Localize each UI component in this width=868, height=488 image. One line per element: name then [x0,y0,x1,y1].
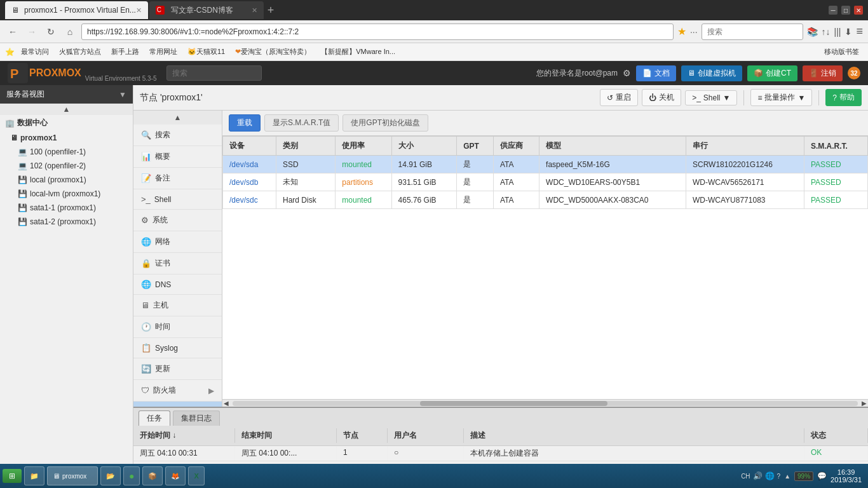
scrollbar-track[interactable] [233,401,858,406]
tab-gpt[interactable]: 使用GPT初始化磁盘 [342,114,428,132]
address-input[interactable] [81,24,674,40]
network-tray-icon[interactable]: 🌐 [765,471,775,480]
table-row[interactable]: /dev/sdb 未知 partitions 931.51 GiB 是 ATA … [223,173,868,191]
left-nav-notes[interactable]: 📝 备注 [133,168,222,189]
taskbar-item-files2[interactable]: 📂 [100,466,121,485]
tab-smart[interactable]: 显示S.M.A.R.T值 [264,114,339,132]
sidebar-header-label: 服务器视图 [6,89,44,100]
table-row[interactable]: /dev/sdc Hard Disk mounted 465.76 GiB 是 … [223,191,868,209]
bottom-tab-cluster-log[interactable]: 集群日志 [173,410,220,426]
row0-model: faspeed_K5M-16G [539,156,686,173]
search-input[interactable] [702,24,803,40]
sync-icon[interactable]: ↑↓ [822,27,831,37]
horizontal-scrollbar[interactable]: ◀ ▶ [222,399,868,407]
start-button[interactable]: ⊞ [3,469,22,483]
sidebar-item-datacenter[interactable]: 🏢 数据中心 [0,115,133,131]
list-item[interactable]: 周五 04:10 00:31 周五 04:10 00:... 1 ○ 本机存储上… [133,446,868,461]
sidebar-item-local-lvm[interactable]: 💾 local-lvm (proxmox1) [0,187,133,201]
tab-reload[interactable]: 重载 [229,114,261,132]
left-nav-overview[interactable]: 📊 概要 [133,146,222,168]
sidebar-item-vm102[interactable]: 💻 102 (openfiler-2) [0,159,133,173]
col-vendor: 供应商 [493,137,539,156]
logout-btn[interactable]: 🚪 注销 [803,65,843,81]
taskbar-item-browser[interactable]: 🖥 proxmox [47,466,98,485]
create-vm-btn[interactable]: 🖥 创建虚拟机 [681,65,742,81]
sidebar-view-dropdown[interactable]: ▼ [119,90,126,99]
sidebar-item-sata1-2[interactable]: 💾 sata1-2 (proxmox1) [0,215,133,229]
sidebar-item-proxmox1[interactable]: 🖥 proxmox1 [0,131,133,145]
left-nav-shell[interactable]: >_ Shell [133,189,222,210]
system-icon: ⚙ [141,215,149,225]
scroll-left-btn[interactable]: ◀ [222,400,230,407]
col-serial: 串行 [686,137,804,156]
left-nav-cert[interactable]: 🔒 证书 [133,253,222,274]
left-nav-system[interactable]: ⚙ 系统 [133,210,222,231]
bookmark-mobile[interactable]: 移动版书签 [820,46,863,58]
action-center-icon[interactable]: 💬 [817,471,827,480]
bookmark-taobao[interactable]: ❤ 爱淘宝（原淘宝特卖） [231,46,315,58]
bookmark-new-user[interactable]: 新手上路 [107,46,143,58]
new-tab-btn[interactable]: + [268,4,275,17]
table-row[interactable]: /dev/sda SSD mounted 14.91 GiB 是 ATA fas… [223,156,868,173]
minimize-btn[interactable]: ─ [829,6,837,15]
left-nav-search[interactable]: 🔍 搜索 [133,125,222,146]
row2-usage: mounted [336,191,391,209]
browser-tab-csdn[interactable]: C 写文章-CSDN博客 ✕ [149,1,264,19]
task-user: ○ [388,446,464,461]
shutdown-btn[interactable]: ⏻ 关机 [642,89,681,106]
tree-scroll-up[interactable]: ▲ [0,104,133,115]
help-btn[interactable]: ? 帮助 [825,89,862,106]
sidebar-item-local[interactable]: 💾 local (proxmox1) [0,173,133,187]
docs-btn[interactable]: 📄 文档 [636,65,676,81]
menu-btn[interactable]: ≡ [856,25,863,38]
volume-icon[interactable]: 🔊 [753,471,763,480]
taskbar-item-firefox[interactable]: 🦊 [165,466,186,485]
bottom-tab-tasks[interactable]: 任务 [139,410,170,426]
tray-expand-btn[interactable]: ▲ [784,473,790,480]
browser-tab-proxmox[interactable]: 🖥 proxmox1 - Proxmox Virtual En... ✕ [5,1,148,19]
sidebar-toggle[interactable]: ||| [834,27,841,37]
taskbar-item-winrar[interactable]: 📦 [142,466,163,485]
bookmark-star[interactable]: ★ [677,25,686,37]
left-nav-host[interactable]: 🖥 主机 [133,295,222,316]
reader-mode-btn[interactable]: ··· [690,27,698,37]
nav-back-btn[interactable]: ← [5,24,20,39]
nav-forward-btn[interactable]: → [24,24,39,39]
download-icon[interactable]: ⬇ [844,27,852,37]
reboot-btn[interactable]: ↺ 重启 [600,89,638,106]
files-icon: 📁 [30,472,39,480]
tab-close-proxmox[interactable]: ✕ [136,6,142,15]
left-nav-dns[interactable]: 🌐 DNS [133,274,222,295]
left-nav-network[interactable]: 🌐 网络 [133,231,222,253]
bulk-action-btn[interactable]: ≡ 批量操作 ▼ [750,89,812,106]
left-nav-time[interactable]: 🕐 时间 [133,316,222,338]
left-nav-syslog[interactable]: 📋 Syslog [133,338,222,358]
sidebar-item-sata1-1[interactable]: 💾 sata1-1 (proxmox1) [0,201,133,215]
sidebar-item-vm100[interactable]: 💻 100 (openfiler-1) [0,145,133,159]
nav-home-btn[interactable]: ⌂ [62,24,78,39]
nav-refresh-btn[interactable]: ↻ [43,24,58,39]
left-nav-updates[interactable]: 🔄 更新 [133,358,222,380]
bookmark-common-sites[interactable]: 常用网址 [146,46,181,58]
scroll-right-btn[interactable]: ▶ [860,400,868,407]
tab-close-csdn[interactable]: ✕ [252,6,257,15]
app-search-input[interactable] [166,65,262,81]
sys-tray: CH 🔊 🌐 ? [741,471,780,480]
left-nav-disk[interactable]: 💽 磁盘 [133,402,222,407]
bookmark-tmall[interactable]: 🐱 天猫双11 [184,46,229,58]
clock-time: 16:39 [831,468,862,476]
shell-btn[interactable]: >_ Shell ▼ [685,90,737,105]
bookmark-firefox-official[interactable]: 火狐官方站点 [55,46,105,58]
bookmark-often-visited[interactable]: 最常访问 [17,46,53,58]
left-nav-firewall[interactable]: 🛡 防火墙 ▶ [133,380,222,402]
close-btn[interactable]: ✕ [854,6,863,15]
left-nav-scroll-up[interactable]: ▲ [133,111,222,125]
settings-icon[interactable]: ⚙ [623,68,631,78]
taskbar-item-files[interactable]: 📁 [24,466,44,485]
maximize-btn[interactable]: □ [841,6,850,15]
taskbar-item-excel[interactable]: X [188,466,204,485]
bookmark-vmware[interactable]: 【新提醒】VMware In... [317,46,399,58]
taskbar-item-chrome[interactable]: ● [123,466,140,485]
create-ct-btn[interactable]: 📦 创建CT [747,65,797,81]
scrollbar-thumb[interactable] [420,401,607,406]
